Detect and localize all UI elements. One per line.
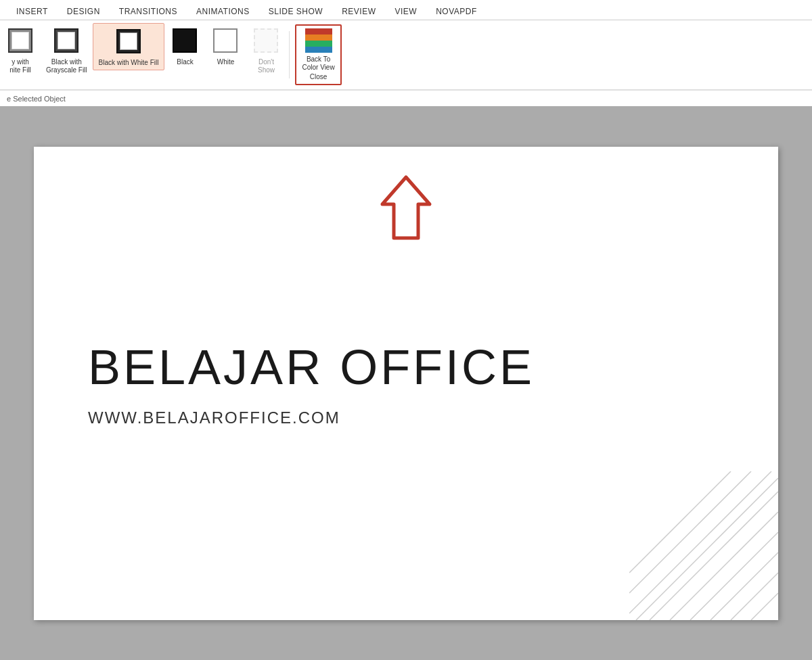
btn-dont-show[interactable]: Don'tShow [246,23,286,77]
black-white-fill-icon [114,26,143,56]
tab-transitions[interactable]: TRANSITIONS [110,3,187,20]
btn-back-color-view[interactable]: Back To Color View Close [295,24,341,85]
ribbon-container: INSERT DESIGN TRANSITIONS ANIMATIONS SLI… [0,0,812,90]
stripe-orange [305,34,332,41]
color-stripes-icon [305,28,332,53]
tab-design[interactable]: DESIGN [58,3,110,20]
back-color-label: Back To Color View [302,55,334,72]
back-color-close-label: Close [310,73,328,81]
tab-view[interactable]: VIEW [385,3,426,20]
ribbon-separator [289,31,290,78]
black-icon [170,26,200,55]
dont-show-icon [251,26,281,55]
svg-line-1 [670,512,778,620]
gray-white-fill-icon [5,26,35,55]
stripe-teal [305,41,332,47]
decorative-lines [629,471,778,620]
btn-gray-with-white[interactable]: y withnite Fill [0,23,41,77]
slide-canvas: BELAJAR OFFICE WWW.BELAJAROFFICE.COM [34,147,778,620]
white-icon [210,26,240,55]
btn-black-white-fill[interactable]: Black with White Fill [93,23,165,70]
tab-bar: INSERT DESIGN TRANSITIONS ANIMATIONS SLI… [0,0,812,20]
svg-line-3 [710,552,778,620]
svg-line-8 [629,471,771,613]
svg-line-4 [731,573,778,620]
black-grayscale-icon [51,26,81,55]
arrow-up-icon [379,174,433,241]
tab-insert[interactable]: INSERT [7,3,58,20]
btn-black-grayscale[interactable]: Black withGrayscale Fill [41,23,93,77]
btn-black[interactable]: Black [164,23,205,69]
ribbon-toolbar: y withnite Fill Black withGrayscale Fill… [0,20,812,89]
btn-white[interactable]: White [205,23,246,69]
status-text: e Selected Object [7,95,66,103]
svg-line-7 [636,478,778,620]
svg-line-9 [629,471,751,593]
btn-black-grayscale-label: Black withGrayscale Fill [46,58,87,74]
stripe-blue [305,47,332,53]
tab-novapdf[interactable]: novaPDF [426,3,487,20]
arrow-up-container [379,174,433,244]
slide-title: BELAJAR OFFICE [88,339,724,395]
stripe-red [305,28,332,34]
tab-slideshow[interactable]: SLIDE SHOW [259,3,332,20]
status-bar: e Selected Object [0,90,812,106]
svg-line-6 [650,492,778,620]
svg-line-5 [751,593,778,620]
tab-animations[interactable]: ANIMATIONS [187,3,259,20]
app-window: INSERT DESIGN TRANSITIONS ANIMATIONS SLI… [0,0,812,660]
svg-marker-0 [382,177,430,238]
btn-black-white-label: Black with White Fill [99,59,159,67]
slide-subtitle: WWW.BELAJAROFFICE.COM [88,408,724,427]
btn-gray-white-label: y withnite Fill [9,58,31,74]
tab-review[interactable]: REVIEW [332,3,385,20]
btn-dont-show-label: Don'tShow [258,58,275,74]
slide-area: BELAJAR OFFICE WWW.BELAJAROFFICE.COM [0,106,812,660]
btn-black-label: Black [177,58,193,66]
btn-white-label: White [217,58,235,66]
svg-line-10 [629,471,731,573]
